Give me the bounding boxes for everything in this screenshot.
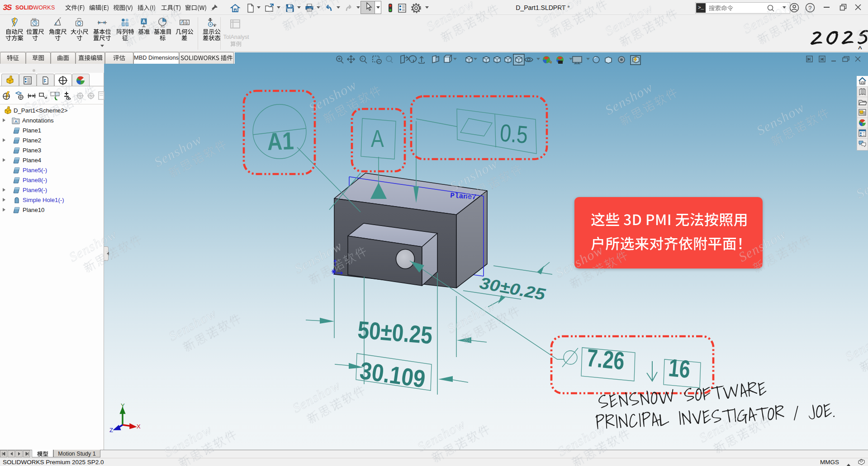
svg-text:0.1: 0.1 (184, 21, 188, 25)
svg-text:xxx: xxx (32, 17, 37, 20)
svg-text:A1: A1 (161, 24, 165, 28)
svg-text:Z: Z (109, 427, 113, 433)
svg-text:A: A (14, 119, 18, 124)
svg-text:?: ? (808, 5, 811, 11)
svg-text:A: A (142, 19, 146, 24)
svg-text:X: X (137, 423, 141, 430)
svg-text:SOLIDWORKS: SOLIDWORKS (15, 5, 55, 11)
svg-text:3S: 3S (2, 3, 12, 12)
svg-text:Y: Y (121, 402, 125, 409)
svg-text:?: ? (361, 57, 363, 61)
